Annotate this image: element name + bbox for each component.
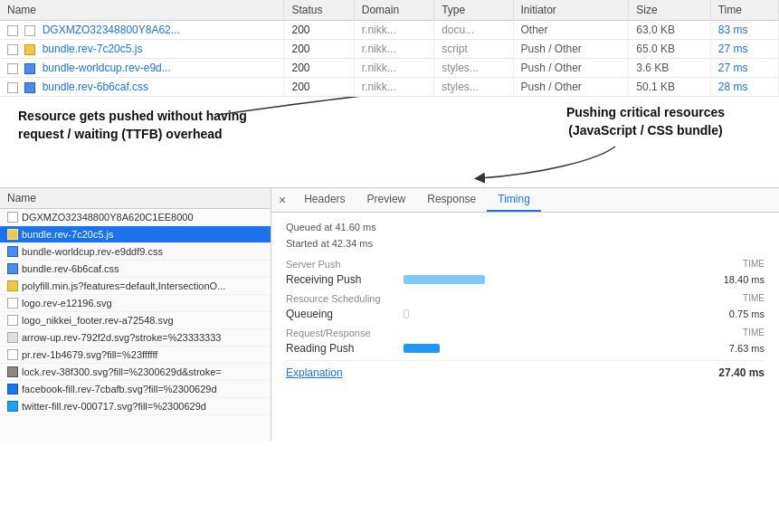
section-label: Resource Scheduling — [286, 293, 381, 304]
cell-status: 200 — [284, 78, 354, 97]
explanation-link[interactable]: Explanation — [286, 366, 718, 379]
time-label: TIME — [743, 293, 765, 304]
table-row[interactable]: bundle-worldcup.rev-e9d... 200 r.nikk...… — [0, 59, 779, 78]
cell-domain: r.nikk... — [354, 21, 433, 40]
time-label: TIME — [743, 328, 765, 338]
list-item[interactable]: logo.rev-e12196.svg — [0, 295, 271, 312]
timing-section-header: Resource SchedulingTIME — [286, 293, 765, 304]
timing-content: Queued at 41.60 ms Started at 42.34 ms S… — [271, 213, 779, 386]
timing-row: Queueing 0.75 ms — [286, 308, 765, 320]
list-item[interactable]: twitter-fill.rev-000717.svg?fill=%230062… — [0, 398, 271, 415]
timing-section-header: Server PushTIME — [286, 259, 765, 270]
cell-type: script — [434, 40, 513, 59]
network-table: Name Status Domain Type Initiator Size T… — [0, 0, 779, 97]
file-name: pr.rev-1b4679.svg?fill=%23ffffff — [22, 349, 157, 360]
file-name: polyfill.min.js?features=default,Interse… — [22, 280, 225, 291]
cell-status: 200 — [284, 21, 354, 40]
timing-row-label: Reading Push — [286, 342, 404, 355]
timing-row: Reading Push 7.63 ms — [286, 342, 765, 355]
timing-meta: Queued at 41.60 ms Started at 42.34 ms — [286, 220, 765, 252]
file-name: bundle.rev-7c20c5.js — [22, 229, 114, 240]
tab-response[interactable]: Response — [416, 188, 487, 212]
col-time: Time — [710, 0, 778, 21]
timing-panel: × Headers Preview Response Timing Queued… — [271, 188, 779, 441]
cell-name: bundle.rev-7c20c5.js — [0, 40, 284, 59]
table-row[interactable]: DGXMZO32348800Y8A62... 200 r.nikk... doc… — [0, 21, 779, 40]
file-list[interactable]: Name DGXMZO32348800Y8A620C1EE8000bundle.… — [0, 188, 271, 441]
list-item[interactable]: lock.rev-38f300.svg?fill=%2300629d&strok… — [0, 364, 271, 381]
tab-preview[interactable]: Preview — [356, 188, 417, 212]
cell-time: 83 ms — [710, 21, 778, 40]
time-label: TIME — [743, 259, 765, 270]
timing-tabs: × Headers Preview Response Timing — [271, 188, 779, 213]
file-name: facebook-fill.rev-7cbafb.svg?fill=%23006… — [22, 384, 217, 394]
section-label: Request/Response — [286, 328, 371, 338]
queued-text: Queued at 41.60 ms — [286, 220, 765, 236]
timing-row-label: Receiving Push — [286, 273, 404, 286]
timing-row-label: Queueing — [286, 308, 404, 320]
list-item[interactable]: bundle-worldcup.rev-e9ddf9.css — [0, 243, 271, 261]
cell-time: 27 ms — [710, 40, 778, 59]
col-type: Type — [434, 0, 513, 21]
cell-initiator: Other — [513, 21, 629, 40]
timing-value: 0.75 ms — [701, 309, 765, 319]
cell-size: 65.0 KB — [629, 40, 710, 59]
annotation-left: Resource gets pushed without havingreque… — [18, 108, 247, 143]
cell-initiator: Push / Other — [513, 40, 629, 59]
timing-bar-container — [404, 273, 701, 286]
timing-value: 7.63 ms — [701, 343, 765, 354]
tab-headers[interactable]: Headers — [293, 188, 356, 212]
file-name: twitter-fill.rev-000717.svg?fill=%230062… — [22, 401, 206, 412]
timing-section-header: Request/ResponseTIME — [286, 328, 765, 338]
cell-status: 200 — [284, 40, 354, 59]
cell-time: 28 ms — [710, 78, 778, 97]
col-size: Size — [629, 0, 710, 21]
cell-initiator: Push / Other — [513, 78, 629, 97]
cell-status: 200 — [284, 59, 354, 78]
table-row[interactable]: bundle.rev-7c20c5.js 200 r.nikk... scrip… — [0, 40, 779, 59]
cell-size: 63.0 KB — [629, 21, 710, 40]
col-domain: Domain — [354, 0, 433, 21]
list-item[interactable]: pr.rev-1b4679.svg?fill=%23ffffff — [0, 347, 271, 364]
started-text: Started at 42.34 ms — [286, 236, 765, 252]
cell-type: docu... — [434, 21, 513, 40]
list-item[interactable]: facebook-fill.rev-7cbafb.svg?fill=%23006… — [0, 381, 271, 398]
timing-bar-container — [404, 342, 701, 355]
bottom-section: Name DGXMZO32348800Y8A620C1EE8000bundle.… — [0, 187, 779, 441]
cell-initiator: Push / Other — [513, 59, 629, 78]
file-name: bundle.rev-6b6caf.css — [22, 263, 119, 274]
file-name: logo.rev-e12196.svg — [22, 298, 112, 309]
annotation-area: Resource gets pushed without havingreque… — [0, 97, 779, 187]
cell-size: 3.6 KB — [629, 59, 710, 78]
cell-domain: r.nikk... — [354, 78, 433, 97]
timing-bar-container — [404, 308, 701, 320]
cell-type: styles... — [434, 78, 513, 97]
cell-size: 50.1 KB — [629, 78, 710, 97]
file-name: DGXMZO32348800Y8A620C1EE8000 — [22, 212, 194, 223]
list-item[interactable]: bundle.rev-7c20c5.js — [0, 226, 271, 243]
section-label: Server Push — [286, 259, 341, 270]
list-item[interactable]: bundle.rev-6b6caf.css — [0, 261, 271, 278]
annotation-right: Pushing critical resources(JavaScript / … — [566, 104, 725, 139]
list-item[interactable]: polyfill.min.js?features=default,Interse… — [0, 278, 271, 295]
total-time-value: 27.40 ms — [718, 366, 765, 379]
cell-type: styles... — [434, 59, 513, 78]
cell-name: bundle.rev-6b6caf.css — [0, 78, 284, 97]
timing-value: 18.40 ms — [701, 274, 765, 285]
cell-name: bundle-worldcup.rev-e9d... — [0, 59, 284, 78]
cell-domain: r.nikk... — [354, 40, 433, 59]
tab-timing[interactable]: Timing — [487, 188, 541, 212]
col-initiator: Initiator — [513, 0, 629, 21]
file-name: bundle-worldcup.rev-e9ddf9.css — [22, 246, 163, 257]
list-item[interactable]: DGXMZO32348800Y8A620C1EE8000 — [0, 209, 271, 226]
timing-total-row: Explanation 27.40 ms — [286, 360, 765, 379]
cell-domain: r.nikk... — [354, 59, 433, 78]
timing-close-button[interactable]: × — [271, 188, 293, 212]
list-item[interactable]: arrow-up.rev-792f2d.svg?stroke=%23333333 — [0, 329, 271, 347]
file-name: arrow-up.rev-792f2d.svg?stroke=%23333333 — [22, 332, 221, 343]
timing-bar — [404, 344, 440, 353]
list-item[interactable]: logo_nikkei_footer.rev-a72548.svg — [0, 312, 271, 329]
col-status: Status — [284, 0, 354, 21]
table-row[interactable]: bundle.rev-6b6caf.css 200 r.nikk... styl… — [0, 78, 779, 97]
timing-row: Receiving Push 18.40 ms — [286, 273, 765, 286]
